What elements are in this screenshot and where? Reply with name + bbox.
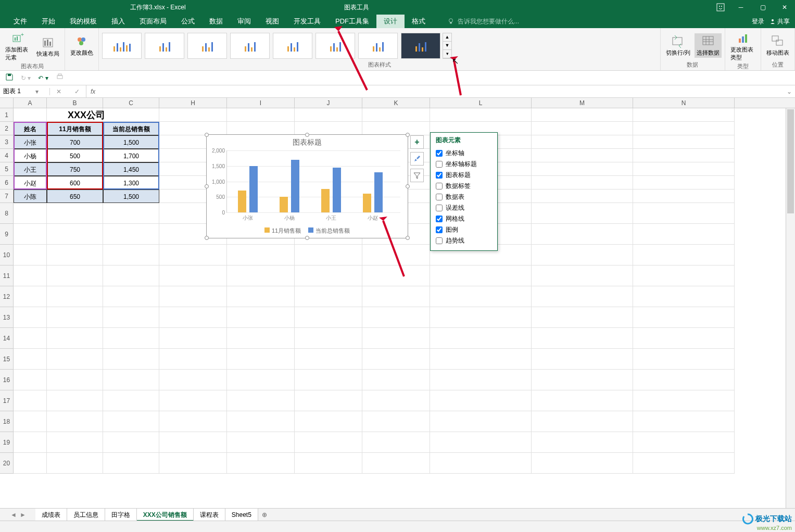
cell[interactable] (532, 135, 633, 149)
cell[interactable] (103, 307, 159, 328)
cell[interactable] (633, 245, 735, 265)
cell[interactable] (633, 149, 735, 162)
tab-page-layout[interactable]: 页面布局 (132, 15, 174, 28)
row-header[interactable]: 2 (0, 122, 14, 135)
cell[interactable] (430, 432, 532, 453)
cell[interactable] (47, 245, 103, 265)
cell[interactable] (159, 349, 227, 370)
table-cell[interactable]: 小张 (14, 135, 47, 149)
cell[interactable] (430, 370, 532, 390)
cell[interactable] (14, 245, 47, 265)
cell[interactable] (227, 307, 295, 328)
cell[interactable] (159, 390, 227, 411)
cell[interactable] (227, 265, 295, 286)
chart-element-option[interactable]: 图例 (436, 224, 492, 235)
cell[interactable] (295, 432, 362, 453)
undo-icon[interactable]: ↶ ▾ (38, 74, 48, 82)
cell[interactable] (633, 108, 735, 122)
chart-bar[interactable] (291, 160, 299, 212)
cell[interactable] (532, 108, 633, 122)
table-cell[interactable]: 1,500 (103, 189, 159, 203)
cell[interactable] (295, 411, 362, 432)
cell[interactable] (430, 349, 532, 370)
table-cell[interactable]: 小王 (14, 162, 47, 176)
cell[interactable] (633, 370, 735, 390)
chart-bar[interactable] (280, 197, 288, 212)
cell[interactable] (362, 453, 430, 474)
table-cell[interactable]: 小陈 (14, 189, 47, 203)
row-header[interactable]: 16 (0, 370, 14, 390)
chart-bar[interactable] (333, 168, 341, 212)
chart-plot-area[interactable]: 05001,0001,5002,000小张小杨小王小赵 (226, 150, 400, 213)
tab-developer[interactable]: 开发工具 (286, 15, 328, 28)
cell[interactable] (227, 453, 295, 474)
cell[interactable] (295, 245, 362, 265)
cell[interactable] (227, 245, 295, 265)
cell[interactable] (14, 307, 47, 328)
cell[interactable] (362, 122, 430, 135)
table-cell[interactable]: 小杨 (14, 149, 47, 162)
row-header[interactable]: 15 (0, 349, 14, 370)
sheet-tab[interactable]: 成绩表 (35, 509, 67, 521)
cell[interactable] (47, 307, 103, 328)
checkbox[interactable] (436, 237, 443, 244)
cell[interactable] (633, 135, 735, 149)
cell[interactable] (430, 286, 532, 307)
cell[interactable] (633, 411, 735, 432)
resize-handle[interactable] (406, 184, 410, 188)
cell[interactable] (103, 265, 159, 286)
gallery-down-icon[interactable]: ▼ (443, 42, 451, 50)
cell[interactable] (633, 328, 735, 349)
table-cell[interactable]: 1,500 (103, 135, 159, 149)
cell[interactable] (532, 122, 633, 135)
sheet-nav-prev-icon[interactable]: ◄ (10, 511, 17, 518)
cell[interactable] (103, 370, 159, 390)
cell[interactable] (633, 286, 735, 307)
share-button[interactable]: 共享 (769, 17, 790, 26)
cell[interactable] (295, 390, 362, 411)
tab-design[interactable]: 设计 (376, 15, 405, 28)
chart-bar[interactable] (249, 166, 258, 212)
cell[interactable] (362, 265, 430, 286)
cell[interactable] (295, 370, 362, 390)
cell[interactable] (47, 224, 103, 245)
cell[interactable] (227, 349, 295, 370)
row-header[interactable]: 14 (0, 328, 14, 349)
cell[interactable] (103, 411, 159, 432)
name-box-dropdown-icon[interactable]: ▾ (35, 88, 39, 95)
formula-expand-icon[interactable]: ⌄ (784, 88, 795, 95)
cell[interactable] (633, 390, 735, 411)
cell[interactable] (14, 390, 47, 411)
chart-style-2[interactable] (145, 33, 184, 59)
cell[interactable] (14, 203, 47, 224)
col-header[interactable]: A (14, 98, 47, 108)
row-header[interactable]: 10 (0, 245, 14, 265)
col-header[interactable]: M (532, 98, 633, 108)
tab-home[interactable]: 开始 (34, 15, 62, 28)
cell[interactable] (362, 432, 430, 453)
cell[interactable] (295, 328, 362, 349)
cell[interactable] (532, 286, 633, 307)
cell[interactable] (227, 390, 295, 411)
sheet-tab[interactable]: 员工信息 (67, 509, 105, 521)
tell-me-search[interactable]: 告诉我您想要做什么... (447, 17, 519, 26)
checkbox[interactable] (436, 205, 443, 211)
col-header[interactable]: L (430, 98, 532, 108)
checkbox[interactable] (436, 216, 443, 222)
select-all-corner[interactable] (0, 98, 14, 108)
cell[interactable] (227, 328, 295, 349)
cell[interactable] (430, 411, 532, 432)
row-header[interactable]: 19 (0, 432, 14, 453)
cell[interactable] (532, 176, 633, 189)
cell[interactable] (362, 328, 430, 349)
chart-bar[interactable] (238, 191, 246, 212)
sheet-tab[interactable]: XXX公司销售额 (137, 509, 194, 521)
chart-element-option[interactable]: 误差线 (436, 202, 492, 213)
tab-review[interactable]: 审阅 (230, 15, 258, 28)
row-header[interactable]: 12 (0, 286, 14, 307)
fx-icon[interactable]: fx (86, 88, 95, 95)
col-header[interactable]: N (633, 98, 735, 108)
checkbox[interactable] (436, 150, 443, 157)
cell[interactable] (47, 370, 103, 390)
chart-bar[interactable] (321, 189, 330, 212)
